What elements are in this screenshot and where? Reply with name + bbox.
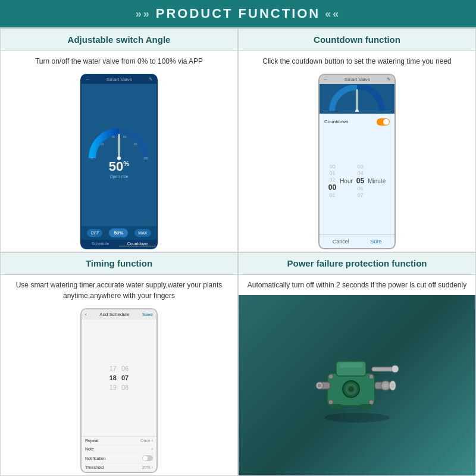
svg-text:80: 80 [134,142,137,146]
opt-note-val[interactable]: › [152,447,153,451]
svg-text:0: 0 [91,156,93,160]
sched-time-19: 1908 [109,384,129,391]
hr-below-1: 01 [329,192,335,198]
cell-adjustable-switch: Adjustable switch Angle Turn on/off the … [0,29,238,252]
opt-note-label: Note [85,447,94,451]
opt-repeat-label: Repeat [85,439,99,443]
svg-text:60: 60 [123,135,127,139]
svg-point-27 [369,400,374,405]
min-above-1: 03 [358,164,364,170]
min-selected: 05 [356,177,364,185]
ctrl-off[interactable]: OFF [87,229,102,237]
gauge-big-number: 50% [109,159,129,174]
min-below-2: 07 [358,192,364,198]
sched-save-btn[interactable]: Save [142,312,153,317]
svg-point-24 [328,374,333,379]
page-header: »» PRODUCT FUNCTION «« [0,0,476,27]
time-col-hour: 00 01 02 00 01 [328,164,336,198]
cell-countdown: Countdown function Click the coutdown bu… [238,29,476,252]
tab-schedule[interactable]: Schedule [82,242,119,246]
svg-text:40: 40 [112,135,115,139]
sched-back[interactable]: ‹ [85,312,87,317]
time-separator-minute: Minute [368,178,386,184]
phone-mock-1: ← Smart Valve ✎ [80,74,158,250]
opt-notif-label: Notification [85,456,106,461]
phone-1-edit: ✎ [149,77,153,82]
page-title: PRODUCT FUNCTION [156,6,321,21]
header-suffix-icon: «« [325,8,340,20]
svg-point-32 [392,365,399,372]
cd-action-row: Cancel Sure [320,234,394,248]
power-image-area [239,295,475,476]
cd-toggle[interactable] [377,118,390,126]
svg-text:100: 100 [143,156,149,160]
hr-above-3: 02 [329,177,335,183]
gauge-svg: 0 20 40 60 80 100 [86,129,152,161]
sched-time-18: 1807 [109,374,129,381]
cd-toggle-row: Countdown [320,116,394,128]
opt-threshold-label: Threshold [85,465,104,469]
svg-point-15 [318,384,321,387]
notif-toggle-circle [143,456,148,461]
hr-selected: 00 [328,183,336,192]
svg-point-18 [383,383,388,388]
tab-countdown[interactable]: Countdown [119,242,156,246]
time-col-minute: 03 04 05 06 07 [356,164,364,198]
min-above-2: 04 [358,170,364,176]
sched-header: ‹ Add Schedule Save [82,309,156,320]
phone-mock-2: ← Smart Valve ✎ Countdown [318,74,396,250]
cd-toggle-circle [383,119,389,125]
opt-note: Note › [82,445,156,453]
opt-repeat: Repeat Once › [82,437,156,445]
sched-time-17: 1706 [109,365,129,372]
time-separator-hour: Hour [340,178,353,184]
cell-3-title: Timing function [1,253,237,275]
svg-point-25 [369,374,374,379]
phone-1-back: ← [85,77,90,82]
svg-text:20: 20 [101,142,104,146]
phone-2-back: ← [323,77,328,82]
phone-2-edit: ✎ [387,77,391,82]
cd-cancel-btn[interactable]: Cancel [328,237,354,246]
svg-rect-29 [360,404,372,409]
notif-toggle[interactable] [142,455,153,461]
cd-toggle-label: Countdown [324,119,348,124]
ctrl-max[interactable]: MAX [134,229,151,237]
cd-sure-btn[interactable]: Sure [365,237,386,246]
opt-notification: Notification [82,453,156,464]
ctrl-pct[interactable]: 50% [109,228,128,237]
cd-options-area: Countdown 00 01 02 00 01 [320,114,394,235]
cell-power-failure: Power failure protection function Automa… [238,252,476,476]
hr-above-2: 01 [329,170,335,176]
phone-tabs: Schedule Countdown [82,240,156,248]
cell-1-title: Adjustable switch Angle [1,29,237,51]
header-prefix-icon: »» [136,8,151,20]
valve-illustration [315,346,399,424]
sched-options: Repeat Once › Note › Notification [82,436,156,472]
svg-point-26 [328,400,333,405]
opt-threshold-val[interactable]: 20% › [142,465,153,469]
cell-3-desc: Use smart watering timer,accurate water … [1,275,237,306]
svg-point-10 [324,413,390,422]
page-container: »» PRODUCT FUNCTION «« Adjustable switch… [0,0,476,476]
opt-repeat-val[interactable]: Once › [140,439,153,443]
phone-mock-3: ‹ Add Schedule Save 1706 1807 1908 [80,308,158,474]
opt-threshold: Threshold 20% › [82,464,156,472]
sched-title: Add Schedule [99,312,129,317]
phone-2-bar: ← Smart Valve ✎ [320,75,394,84]
min-below-1: 06 [358,186,364,192]
cd-gauge-svg [327,85,387,112]
cd-gauge-area [320,84,394,114]
svg-point-20 [391,383,394,389]
svg-rect-30 [339,363,363,368]
cell-1-desc: Turn on/off the water valve from 0% to 1… [1,51,237,71]
phone-controls: OFF 50% MAX [82,226,156,240]
phone-1-bar: ← Smart Valve ✎ [82,75,156,84]
cell-4-desc: Automatically turn off within 2 seconds … [239,275,475,295]
svg-point-9 [355,109,359,112]
gauge-open-rate: Open rate [109,174,128,178]
svg-rect-28 [330,404,342,409]
cell-timing: Timing function Use smart watering timer… [0,252,238,476]
svg-rect-31 [372,367,394,371]
svg-point-23 [348,386,354,392]
